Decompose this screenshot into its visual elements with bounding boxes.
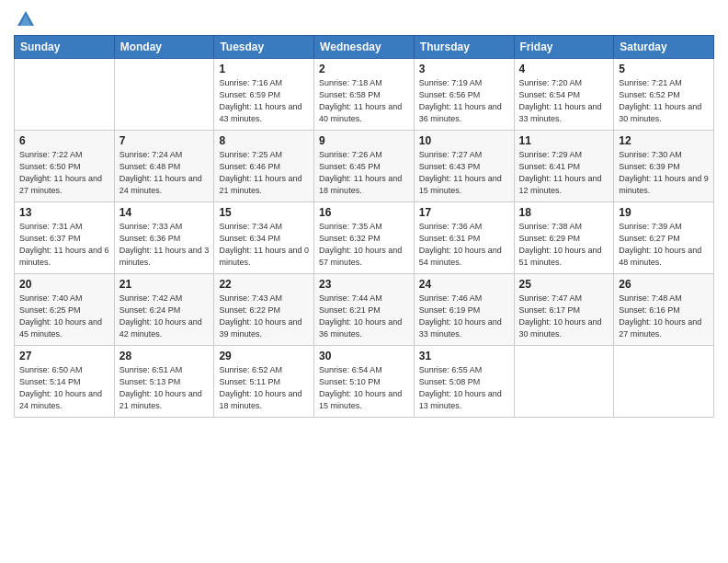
calendar-cell: 20Sunrise: 7:40 AM Sunset: 6:25 PM Dayli… xyxy=(15,274,115,346)
day-number: 18 xyxy=(519,206,609,219)
day-info: Sunrise: 6:52 AM Sunset: 5:11 PM Dayligh… xyxy=(219,364,309,412)
day-number: 16 xyxy=(319,206,409,219)
day-number: 25 xyxy=(519,278,609,291)
logo-icon xyxy=(16,9,36,29)
calendar-cell: 21Sunrise: 7:42 AM Sunset: 6:24 PM Dayli… xyxy=(114,274,214,346)
calendar-cell: 4Sunrise: 7:20 AM Sunset: 6:54 PM Daylig… xyxy=(514,59,614,131)
day-info: Sunrise: 7:25 AM Sunset: 6:46 PM Dayligh… xyxy=(219,149,309,197)
calendar-cell: 1Sunrise: 7:16 AM Sunset: 6:59 PM Daylig… xyxy=(214,59,314,131)
calendar-cell: 14Sunrise: 7:33 AM Sunset: 6:36 PM Dayli… xyxy=(114,202,214,274)
calendar-cell: 23Sunrise: 7:44 AM Sunset: 6:21 PM Dayli… xyxy=(314,274,415,346)
calendar-cell: 15Sunrise: 7:34 AM Sunset: 6:34 PM Dayli… xyxy=(214,202,314,274)
day-info: Sunrise: 7:19 AM Sunset: 6:56 PM Dayligh… xyxy=(419,77,509,125)
calendar-cell xyxy=(614,346,714,418)
day-info: Sunrise: 7:46 AM Sunset: 6:19 PM Dayligh… xyxy=(419,293,509,340)
calendar-cell: 31Sunrise: 6:55 AM Sunset: 5:08 PM Dayli… xyxy=(414,346,514,418)
day-info: Sunrise: 7:35 AM Sunset: 6:32 PM Dayligh… xyxy=(319,221,409,269)
weekday-header-monday: Monday xyxy=(114,36,214,59)
day-number: 9 xyxy=(319,134,409,147)
day-info: Sunrise: 7:30 AM Sunset: 6:39 PM Dayligh… xyxy=(619,149,709,197)
calendar-cell: 29Sunrise: 6:52 AM Sunset: 5:11 PM Dayli… xyxy=(214,346,314,418)
day-number: 13 xyxy=(19,206,109,219)
calendar-cell: 9Sunrise: 7:26 AM Sunset: 6:45 PM Daylig… xyxy=(314,131,415,202)
weekday-header-sunday: Sunday xyxy=(15,36,115,59)
day-number: 24 xyxy=(419,278,509,291)
calendar-cell: 28Sunrise: 6:51 AM Sunset: 5:13 PM Dayli… xyxy=(114,346,214,418)
weekday-header-row: SundayMondayTuesdayWednesdayThursdayFrid… xyxy=(15,36,714,59)
calendar-cell: 19Sunrise: 7:39 AM Sunset: 6:27 PM Dayli… xyxy=(614,202,714,274)
day-number: 17 xyxy=(419,206,509,219)
calendar-cell: 30Sunrise: 6:54 AM Sunset: 5:10 PM Dayli… xyxy=(314,346,415,418)
day-info: Sunrise: 7:21 AM Sunset: 6:52 PM Dayligh… xyxy=(619,77,709,125)
day-info: Sunrise: 7:48 AM Sunset: 6:16 PM Dayligh… xyxy=(619,293,709,340)
day-info: Sunrise: 6:51 AM Sunset: 5:13 PM Dayligh… xyxy=(119,364,210,412)
calendar-cell: 26Sunrise: 7:48 AM Sunset: 6:16 PM Dayli… xyxy=(614,274,714,346)
day-number: 5 xyxy=(619,63,709,75)
calendar-cell: 12Sunrise: 7:30 AM Sunset: 6:39 PM Dayli… xyxy=(614,131,714,202)
day-info: Sunrise: 7:40 AM Sunset: 6:25 PM Dayligh… xyxy=(19,293,109,340)
day-number: 2 xyxy=(319,63,409,75)
calendar-cell: 13Sunrise: 7:31 AM Sunset: 6:37 PM Dayli… xyxy=(15,202,115,274)
calendar-cell: 17Sunrise: 7:36 AM Sunset: 6:31 PM Dayli… xyxy=(414,202,514,274)
day-number: 22 xyxy=(219,278,309,291)
calendar-cell: 7Sunrise: 7:24 AM Sunset: 6:48 PM Daylig… xyxy=(114,131,214,202)
calendar-cell: 11Sunrise: 7:29 AM Sunset: 6:41 PM Dayli… xyxy=(514,131,614,202)
day-number: 29 xyxy=(219,350,309,362)
day-info: Sunrise: 7:22 AM Sunset: 6:50 PM Dayligh… xyxy=(19,149,109,197)
day-number: 30 xyxy=(319,350,409,362)
weekday-header-wednesday: Wednesday xyxy=(314,36,415,59)
day-info: Sunrise: 7:36 AM Sunset: 6:31 PM Dayligh… xyxy=(419,221,509,269)
day-info: Sunrise: 7:34 AM Sunset: 6:34 PM Dayligh… xyxy=(219,221,309,269)
day-number: 1 xyxy=(219,63,309,75)
calendar-cell xyxy=(114,59,214,131)
day-number: 27 xyxy=(19,350,109,362)
calendar-cell: 16Sunrise: 7:35 AM Sunset: 6:32 PM Dayli… xyxy=(314,202,415,274)
week-row-2: 6Sunrise: 7:22 AM Sunset: 6:50 PM Daylig… xyxy=(15,131,714,202)
page: SundayMondayTuesdayWednesdayThursdayFrid… xyxy=(0,0,728,563)
calendar-cell: 10Sunrise: 7:27 AM Sunset: 6:43 PM Dayli… xyxy=(414,131,514,202)
weekday-header-saturday: Saturday xyxy=(614,36,714,59)
day-info: Sunrise: 7:42 AM Sunset: 6:24 PM Dayligh… xyxy=(119,293,210,340)
day-number: 11 xyxy=(519,134,609,147)
day-number: 7 xyxy=(119,134,210,147)
day-info: Sunrise: 7:20 AM Sunset: 6:54 PM Dayligh… xyxy=(519,77,609,125)
day-number: 6 xyxy=(19,134,109,147)
week-row-3: 13Sunrise: 7:31 AM Sunset: 6:37 PM Dayli… xyxy=(15,202,714,274)
calendar-cell: 5Sunrise: 7:21 AM Sunset: 6:52 PM Daylig… xyxy=(614,59,714,131)
logo xyxy=(14,9,36,29)
day-info: Sunrise: 7:43 AM Sunset: 6:22 PM Dayligh… xyxy=(219,293,309,340)
calendar-cell xyxy=(514,346,614,418)
calendar-cell xyxy=(15,59,115,131)
week-row-1: 1Sunrise: 7:16 AM Sunset: 6:59 PM Daylig… xyxy=(15,59,714,131)
day-number: 21 xyxy=(119,278,210,291)
header xyxy=(14,9,714,29)
day-number: 3 xyxy=(419,63,509,75)
day-number: 12 xyxy=(619,134,709,147)
day-info: Sunrise: 7:27 AM Sunset: 6:43 PM Dayligh… xyxy=(419,149,509,197)
day-number: 4 xyxy=(519,63,609,75)
day-info: Sunrise: 7:44 AM Sunset: 6:21 PM Dayligh… xyxy=(319,293,409,340)
day-info: Sunrise: 7:31 AM Sunset: 6:37 PM Dayligh… xyxy=(19,221,109,269)
day-number: 23 xyxy=(319,278,409,291)
day-number: 8 xyxy=(219,134,309,147)
week-row-4: 20Sunrise: 7:40 AM Sunset: 6:25 PM Dayli… xyxy=(15,274,714,346)
calendar-cell: 22Sunrise: 7:43 AM Sunset: 6:22 PM Dayli… xyxy=(214,274,314,346)
calendar-cell: 2Sunrise: 7:18 AM Sunset: 6:58 PM Daylig… xyxy=(314,59,415,131)
calendar-cell: 18Sunrise: 7:38 AM Sunset: 6:29 PM Dayli… xyxy=(514,202,614,274)
day-info: Sunrise: 7:26 AM Sunset: 6:45 PM Dayligh… xyxy=(319,149,409,197)
day-info: Sunrise: 7:18 AM Sunset: 6:58 PM Dayligh… xyxy=(319,77,409,125)
day-info: Sunrise: 7:24 AM Sunset: 6:48 PM Dayligh… xyxy=(119,149,210,197)
day-number: 31 xyxy=(419,350,509,362)
week-row-5: 27Sunrise: 6:50 AM Sunset: 5:14 PM Dayli… xyxy=(15,346,714,418)
day-info: Sunrise: 7:33 AM Sunset: 6:36 PM Dayligh… xyxy=(119,221,210,269)
day-info: Sunrise: 7:29 AM Sunset: 6:41 PM Dayligh… xyxy=(519,149,609,197)
day-number: 28 xyxy=(119,350,210,362)
calendar-cell: 3Sunrise: 7:19 AM Sunset: 6:56 PM Daylig… xyxy=(414,59,514,131)
day-info: Sunrise: 6:50 AM Sunset: 5:14 PM Dayligh… xyxy=(19,364,109,412)
weekday-header-thursday: Thursday xyxy=(414,36,514,59)
calendar-cell: 24Sunrise: 7:46 AM Sunset: 6:19 PM Dayli… xyxy=(414,274,514,346)
day-info: Sunrise: 7:16 AM Sunset: 6:59 PM Dayligh… xyxy=(219,77,309,125)
day-info: Sunrise: 6:54 AM Sunset: 5:10 PM Dayligh… xyxy=(319,364,409,412)
day-number: 26 xyxy=(619,278,709,291)
calendar-cell: 8Sunrise: 7:25 AM Sunset: 6:46 PM Daylig… xyxy=(214,131,314,202)
